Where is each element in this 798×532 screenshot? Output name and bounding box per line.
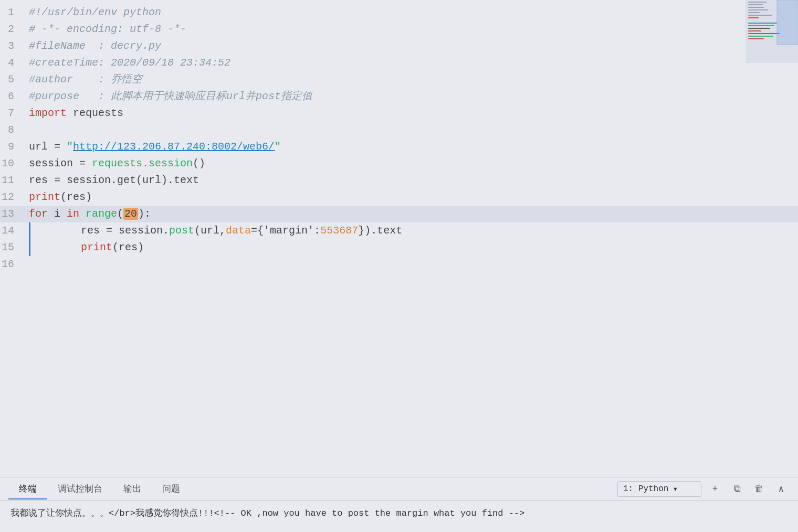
line-number: 13: [0, 206, 29, 222]
code-line: 5#author : 乔悟空: [0, 71, 798, 88]
svg-rect-5: [748, 12, 760, 13]
line-number: 2: [0, 21, 29, 38]
line-content: res = session.get(url).text: [29, 172, 798, 189]
collapse-panel-button[interactable]: ∧: [773, 481, 790, 497]
svg-rect-1: [748, 2, 766, 3]
code-editor: 1#!/usr/bin/env python2# -*- encoding: u…: [0, 0, 798, 477]
code-line: 12print(res): [0, 189, 798, 206]
line-number: 10: [0, 155, 29, 172]
line-number: 3: [0, 38, 29, 55]
line-content: #fileName : decry.py: [29, 38, 798, 55]
terminal-select-area: 1: Python ▾ + ⧉ 🗑 ∧: [617, 481, 790, 497]
minimap: [746, 0, 798, 63]
code-line: 7import requests: [0, 105, 798, 122]
line-content: res = session.post(url,data={'margin':55…: [30, 222, 798, 239]
terminal-output: 我都说了让你快点。。。</br>我感觉你得快点!!!<!-- OK ,now y…: [0, 501, 798, 532]
svg-rect-8: [748, 23, 777, 24]
tab-problems[interactable]: 问题: [152, 478, 191, 499]
line-content: session = requests.session(): [29, 155, 798, 172]
terminal-select[interactable]: 1: Python ▾: [617, 481, 701, 497]
code-line: 10session = requests.session(): [0, 155, 798, 172]
line-content: #purpose : 此脚本用于快速响应目标url并post指定值: [29, 88, 798, 105]
line-number: 15: [0, 239, 29, 256]
line-number: 9: [0, 139, 29, 155]
code-lines: 1#!/usr/bin/env python2# -*- encoding: u…: [0, 0, 798, 277]
code-line: 8: [0, 122, 798, 139]
terminal-select-value: 1: Python: [623, 484, 668, 494]
line-number: 4: [0, 55, 29, 71]
line-number: 1: [0, 4, 29, 21]
line-number: 14: [0, 222, 29, 239]
code-line: 9url = "http://123.206.87.240:8002/web6/…: [0, 139, 798, 155]
bottom-panel: 终端 调试控制台 输出 问题 1: Python ▾ + ⧉ 🗑 ∧ 我都说了让…: [0, 477, 798, 532]
code-line: 3#fileName : decry.py: [0, 38, 798, 55]
tab-output[interactable]: 输出: [113, 478, 152, 499]
svg-rect-13: [748, 36, 773, 37]
code-line: 4#createTime: 2020/09/18 23:34:52: [0, 55, 798, 71]
svg-rect-4: [748, 9, 768, 10]
add-terminal-button[interactable]: +: [707, 481, 723, 497]
line-number: 12: [0, 189, 29, 206]
svg-rect-10: [748, 28, 770, 29]
delete-terminal-button[interactable]: 🗑: [751, 481, 768, 497]
split-terminal-button[interactable]: ⧉: [729, 481, 746, 497]
line-content: import requests: [29, 105, 798, 122]
svg-rect-9: [748, 25, 774, 26]
line-content: for i in range(20):: [29, 206, 798, 222]
code-line: 11res = session.get(url).text: [0, 172, 798, 189]
code-line: 15 print(res): [0, 239, 798, 256]
line-number: 11: [0, 172, 29, 189]
line-content: # -*- encoding: utf-8 -*-: [29, 21, 798, 38]
line-content: print(res): [30, 239, 798, 256]
code-line: 14 res = session.post(url,data={'margin'…: [0, 222, 798, 239]
line-number: 6: [0, 88, 29, 105]
line-content: url = "http://123.206.87.240:8002/web6/": [29, 139, 798, 155]
line-number: 8: [0, 122, 29, 139]
code-line: 16: [0, 256, 798, 273]
svg-rect-12: [748, 33, 780, 34]
svg-rect-11: [748, 30, 761, 31]
line-content: #!/usr/bin/env python: [29, 4, 798, 21]
tab-debug-console[interactable]: 调试控制台: [47, 478, 113, 499]
line-content: print(res): [29, 189, 798, 206]
line-number: 5: [0, 71, 29, 88]
svg-rect-7: [748, 17, 759, 18]
svg-rect-15: [777, 0, 798, 45]
code-line: 13for i in range(20):: [0, 206, 798, 222]
svg-rect-3: [748, 7, 764, 8]
line-number: 16: [0, 256, 29, 273]
chevron-down-icon: ▾: [673, 484, 678, 494]
line-number: 7: [0, 105, 29, 122]
panel-tab-bar: 终端 调试控制台 输出 问题 1: Python ▾ + ⧉ 🗑 ∧: [0, 477, 798, 501]
line-content: #author : 乔悟空: [29, 71, 798, 88]
tab-terminal[interactable]: 终端: [8, 478, 47, 499]
svg-rect-2: [748, 4, 763, 5]
code-line: 6#purpose : 此脚本用于快速响应目标url并post指定值: [0, 88, 798, 105]
code-line: 1#!/usr/bin/env python: [0, 4, 798, 21]
line-content: #createTime: 2020/09/18 23:34:52: [29, 55, 798, 71]
svg-rect-6: [748, 15, 772, 16]
code-line: 2# -*- encoding: utf-8 -*-: [0, 21, 798, 38]
svg-rect-14: [748, 38, 764, 39]
